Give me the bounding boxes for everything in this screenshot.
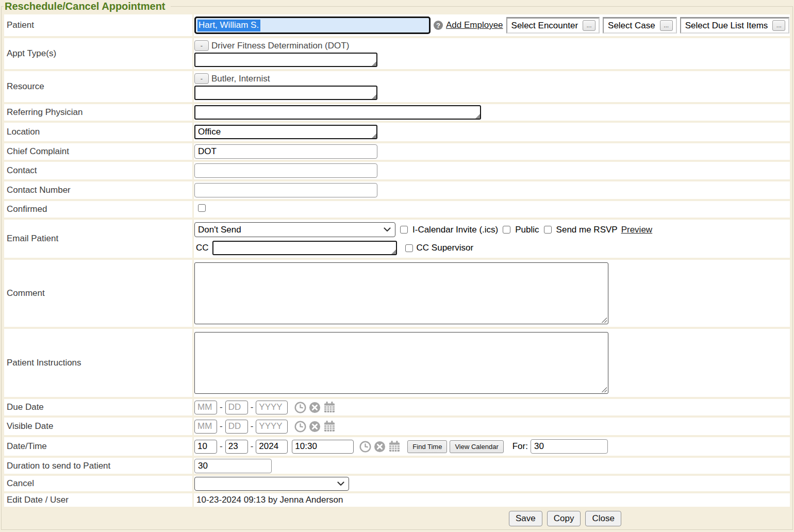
preview-link[interactable]: Preview — [621, 225, 652, 235]
edit-date-user-value: 10-23-2024 09:13 by Jenna Anderson — [194, 495, 343, 505]
cc-supervisor-label: CC Supervisor — [417, 243, 474, 253]
due-date-month-input[interactable] — [194, 401, 217, 414]
reschedule-cancel-form: Reschedule/Cancel Appointment Patient Ha… — [1, 1, 793, 530]
visible-date-label: Visible Date — [4, 418, 192, 435]
chevron-down-icon — [384, 227, 391, 232]
select-case-ellipsis-button[interactable]: ... — [660, 20, 673, 31]
remove-resource-button[interactable]: - — [194, 73, 209, 84]
patient-input[interactable]: Hart, William S. — [194, 16, 431, 34]
for-label: For: — [512, 441, 528, 452]
chevron-down-icon — [337, 481, 344, 486]
chief-complaint-label: Chief Complaint — [4, 143, 192, 160]
date-time-clock-icon[interactable] — [359, 441, 371, 453]
patient-label: Patient — [4, 14, 192, 36]
patient-instructions-textarea[interactable] — [195, 332, 608, 393]
email-send-selected-value: Don't Send — [198, 225, 241, 235]
visible-date-clear-icon[interactable] — [309, 421, 321, 433]
for-duration-input[interactable] — [531, 439, 608, 454]
location-label: Location — [4, 123, 192, 141]
patient-selected-text: Hart, William S. — [197, 20, 260, 31]
confirmed-checkbox[interactable] — [198, 204, 206, 212]
date-time-label: Date/Time — [4, 437, 192, 456]
due-date-calendar-icon[interactable] — [323, 401, 336, 413]
select-due-list-label: Select Due List Items — [685, 21, 768, 31]
patient-instructions-label: Patient Instructions — [4, 329, 192, 397]
date-time-clear-icon[interactable] — [374, 441, 386, 453]
cc-label: CC — [196, 243, 209, 253]
due-date-day-input[interactable] — [225, 401, 248, 414]
cancel-label: Cancel — [4, 476, 192, 491]
add-employee-link[interactable]: Add Employee — [446, 20, 503, 30]
appt-types-label: Appt Type(s) — [4, 38, 192, 69]
date-time-day-input[interactable] — [225, 440, 248, 454]
duration-to-send-input[interactable] — [194, 459, 272, 473]
page-title: Reschedule/Cancel Appointment — [4, 1, 171, 12]
remove-appt-type-button[interactable]: - — [194, 40, 209, 51]
contact-number-input[interactable] — [194, 183, 377, 197]
date-separator: - — [220, 421, 223, 431]
date-separator: - — [251, 402, 254, 412]
duration-to-send-label: Duration to send to Patient — [4, 458, 192, 474]
copy-button[interactable]: Copy — [547, 511, 581, 526]
location-input-wrap — [194, 125, 377, 139]
send-me-rsvp-label: Send me RSVP — [556, 225, 618, 235]
email-patient-label: Email Patient — [4, 220, 192, 258]
date-time-time-input[interactable] — [292, 440, 354, 454]
contact-number-label: Contact Number — [4, 181, 192, 199]
location-input[interactable] — [195, 126, 376, 138]
view-calendar-button[interactable]: View Calendar — [450, 440, 503, 453]
close-button[interactable]: Close — [585, 511, 621, 526]
date-separator: - — [220, 441, 223, 452]
visible-date-year-input[interactable] — [256, 420, 288, 434]
appt-type-input-wrap — [194, 53, 377, 67]
due-date-year-input[interactable] — [256, 401, 288, 414]
comment-textarea[interactable] — [195, 263, 608, 324]
edit-date-user-label: Edit Date / User — [4, 493, 192, 507]
patient-instructions-textarea-wrap — [194, 332, 608, 394]
date-time-month-input[interactable] — [194, 440, 217, 454]
appt-type-selected: Driver Fitness Determination (DOT) — [211, 41, 349, 51]
comment-label: Comment — [4, 260, 192, 327]
cc-input[interactable] — [213, 242, 396, 254]
select-due-list-box[interactable]: Select Due List Items ... — [680, 17, 790, 34]
visible-date-calendar-icon[interactable] — [323, 420, 336, 433]
referring-physician-input[interactable] — [195, 106, 480, 119]
select-due-list-ellipsis-button[interactable]: ... — [772, 20, 785, 31]
chief-complaint-input[interactable] — [194, 144, 377, 159]
visible-date-day-input[interactable] — [225, 420, 248, 434]
resource-input[interactable] — [195, 87, 376, 99]
date-time-calendar-icon[interactable] — [388, 440, 401, 453]
contact-label: Contact — [4, 162, 192, 179]
due-date-clear-icon[interactable] — [309, 402, 321, 413]
visible-date-month-input[interactable] — [194, 420, 217, 434]
email-send-select[interactable]: Don't Send — [194, 222, 395, 237]
due-date-clock-icon[interactable] — [294, 402, 306, 413]
help-question-icon[interactable]: ? — [434, 21, 443, 30]
select-encounter-label: Select Encounter — [511, 21, 578, 31]
cc-input-wrap — [212, 241, 397, 255]
resource-label: Resource — [4, 71, 192, 102]
date-separator: - — [220, 402, 223, 412]
visible-date-clock-icon[interactable] — [294, 421, 306, 433]
appt-type-input[interactable] — [195, 54, 376, 66]
ical-invite-label: I-Calendar Invite (.ics) — [412, 225, 498, 235]
select-encounter-ellipsis-button[interactable]: ... — [583, 20, 596, 31]
confirmed-label: Confirmed — [4, 201, 192, 218]
date-time-year-input[interactable] — [256, 440, 288, 454]
resource-selected: Butler, Internist — [211, 74, 270, 84]
contact-input[interactable] — [194, 163, 377, 178]
cc-supervisor-checkbox[interactable] — [405, 244, 413, 252]
select-case-box[interactable]: Select Case ... — [603, 17, 677, 34]
find-time-button[interactable]: Find Time — [407, 440, 447, 453]
resource-input-wrap — [194, 86, 377, 100]
ical-invite-checkbox[interactable] — [400, 226, 408, 234]
date-separator: - — [251, 441, 254, 452]
save-button[interactable]: Save — [509, 511, 542, 526]
send-me-rsvp-checkbox[interactable] — [544, 226, 552, 234]
public-checkbox[interactable] — [503, 226, 510, 234]
date-separator: - — [251, 421, 254, 431]
referring-physician-input-wrap — [194, 105, 481, 120]
select-case-label: Select Case — [608, 21, 655, 31]
select-encounter-box[interactable]: Select Encounter ... — [506, 17, 600, 34]
cancel-select[interactable] — [194, 477, 349, 491]
